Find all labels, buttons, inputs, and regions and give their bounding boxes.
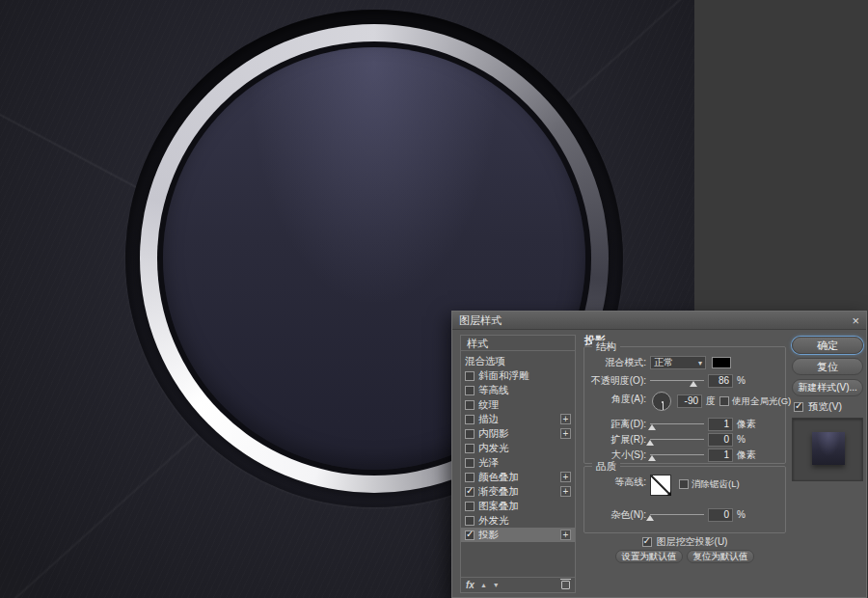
- style-item-blending-options[interactable]: 混合选项: [461, 354, 575, 368]
- style-item-pattern-overlay[interactable]: 图案叠加 +: [461, 499, 575, 513]
- texture-checkbox[interactable]: [465, 400, 475, 410]
- reset-button[interactable]: 复位: [792, 358, 863, 375]
- inner-shadow-checkbox[interactable]: [465, 429, 475, 439]
- style-item-inner-glow[interactable]: 内发光 +: [461, 441, 575, 455]
- antialias-checkbox[interactable]: [679, 479, 689, 489]
- style-item-satin[interactable]: 光泽 +: [461, 455, 575, 470]
- dropdown-arrow-icon: ▾: [698, 359, 702, 367]
- style-item-label: 斜面和浮雕: [478, 369, 529, 383]
- distance-row: 距离(D): 1 像素: [584, 417, 785, 432]
- style-item-label: 等高线: [478, 384, 509, 397]
- style-item-label: 纹理: [478, 398, 499, 412]
- style-item-label: 图案叠加: [478, 500, 519, 513]
- size-unit: 像素: [737, 448, 756, 463]
- style-item-label: 投影: [478, 529, 499, 542]
- antialias-label: 消除锯齿(L): [692, 476, 740, 492]
- opacity-slider[interactable]: [650, 373, 704, 389]
- layer-style-dialog: 图层样式 × 样式 混合选项 斜面和浮雕 + 等高线 + 纹理 +: [451, 311, 867, 598]
- opacity-unit: %: [737, 373, 746, 389]
- reset-default-button[interactable]: 复位为默认值: [687, 550, 754, 563]
- style-item-label: 混合选项: [465, 355, 505, 368]
- ok-button[interactable]: 确定: [792, 337, 863, 354]
- style-item-stroke[interactable]: 描边 +: [461, 412, 575, 426]
- distance-input[interactable]: 1: [708, 418, 733, 431]
- expand-icon[interactable]: +: [560, 428, 571, 439]
- style-item-label: 颜色叠加: [478, 471, 519, 484]
- preview-checkbox[interactable]: [794, 402, 803, 412]
- noise-label: 杂色(N):: [584, 507, 646, 523]
- make-default-button[interactable]: 设置为默认值: [615, 550, 683, 563]
- style-item-label: 描边: [478, 413, 499, 426]
- style-item-drop-shadow[interactable]: 投影 +: [461, 528, 575, 542]
- move-up-icon[interactable]: ▲: [480, 582, 487, 588]
- size-input[interactable]: 1: [708, 448, 733, 462]
- global-light-checkbox[interactable]: [719, 396, 729, 406]
- satin-checkbox[interactable]: [465, 458, 475, 468]
- trash-icon[interactable]: [561, 581, 570, 589]
- slider-track: [650, 439, 704, 440]
- contour-dropdown-icon: [666, 491, 671, 496]
- blend-mode-value: 正常: [654, 356, 673, 369]
- inner-glow-checkbox[interactable]: [465, 444, 475, 453]
- style-item-label: 内发光: [478, 442, 509, 455]
- style-preview-panel: [792, 418, 863, 481]
- contour-picker[interactable]: [650, 475, 671, 496]
- spread-unit: %: [737, 432, 746, 448]
- blend-mode-label: 混合模式:: [584, 355, 646, 370]
- style-item-inner-shadow[interactable]: 内阴影 +: [461, 426, 575, 441]
- style-item-texture[interactable]: 纹理 +: [461, 397, 575, 412]
- color-overlay-checkbox[interactable]: [465, 473, 475, 482]
- new-style-button[interactable]: 新建样式(V)...: [792, 379, 863, 396]
- angle-unit: 度: [706, 394, 716, 409]
- expand-icon[interactable]: +: [560, 486, 571, 497]
- styles-panel: 样式 混合选项 斜面和浮雕 + 等高线 + 纹理 + 描边: [460, 335, 576, 593]
- angle-input[interactable]: -90: [677, 394, 702, 408]
- bevel-emboss-checkbox[interactable]: [465, 371, 475, 381]
- expand-icon[interactable]: +: [560, 472, 571, 482]
- stroke-checkbox[interactable]: [465, 415, 475, 424]
- fx-icon[interactable]: fx: [466, 580, 475, 590]
- noise-slider[interactable]: [650, 507, 704, 523]
- distance-unit: 像素: [737, 417, 756, 432]
- style-item-color-overlay[interactable]: 颜色叠加 +: [461, 470, 575, 484]
- opacity-label: 不透明度(O):: [584, 373, 646, 389]
- size-slider[interactable]: [650, 448, 704, 463]
- distance-slider[interactable]: [650, 417, 704, 432]
- defaults-row: 设置为默认值 复位为默认值: [583, 550, 786, 563]
- contour-label: 等高线:: [584, 475, 646, 490]
- pattern-overlay-checkbox[interactable]: [465, 502, 475, 511]
- style-preview-swatch: [812, 432, 845, 465]
- style-item-outer-glow[interactable]: 外发光 +: [461, 513, 575, 528]
- styles-footer-toolbar: fx ▲ ▼: [461, 577, 575, 592]
- outer-glow-checkbox[interactable]: [465, 516, 475, 526]
- contour-checkbox[interactable]: [465, 386, 475, 395]
- noise-input[interactable]: 0: [708, 508, 733, 522]
- style-item-bevel-emboss[interactable]: 斜面和浮雕 +: [461, 368, 575, 383]
- style-item-label: 光泽: [478, 456, 499, 470]
- slider-thumb[interactable]: [646, 440, 654, 446]
- angle-dial[interactable]: [652, 392, 671, 411]
- expand-icon[interactable]: +: [560, 530, 571, 540]
- spread-slider[interactable]: [650, 432, 704, 448]
- slider-thumb[interactable]: [648, 424, 656, 430]
- slider-track: [650, 454, 704, 455]
- expand-icon[interactable]: +: [560, 414, 571, 424]
- opacity-input[interactable]: 86: [708, 374, 733, 388]
- move-down-icon[interactable]: ▼: [493, 582, 500, 588]
- drop-shadow-checkbox[interactable]: [465, 530, 475, 540]
- styles-list: 混合选项 斜面和浮雕 + 等高线 + 纹理 + 描边 +: [461, 352, 575, 576]
- dialog-titlebar[interactable]: 图层样式 ×: [452, 312, 866, 330]
- style-item-gradient-overlay[interactable]: 渐变叠加 +: [461, 484, 575, 499]
- structure-group-label: 结构: [592, 340, 620, 354]
- gradient-overlay-checkbox[interactable]: [465, 487, 475, 497]
- knockout-checkbox[interactable]: [642, 537, 652, 547]
- spread-input[interactable]: 0: [708, 433, 733, 447]
- blend-mode-select[interactable]: 正常 ▾: [650, 356, 706, 369]
- preview-label: 预览(V): [808, 400, 842, 414]
- style-item-contour[interactable]: 等高线 +: [461, 383, 575, 397]
- close-icon[interactable]: ×: [852, 314, 859, 327]
- slider-thumb[interactable]: [646, 515, 654, 521]
- slider-thumb[interactable]: [648, 455, 656, 461]
- shadow-color-swatch[interactable]: [712, 357, 731, 368]
- slider-thumb[interactable]: [690, 381, 697, 387]
